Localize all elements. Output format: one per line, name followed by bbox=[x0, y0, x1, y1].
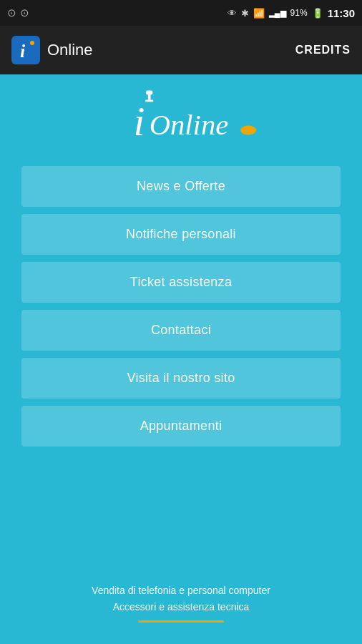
svg-rect-3 bbox=[146, 91, 152, 95]
bluetooth-icon: ✱ bbox=[241, 8, 249, 19]
status-bar: ⊙ ⊙ 👁 ✱ 📶 ▂▄▆ 91% 🔋 11:30 bbox=[0, 0, 362, 26]
main-content: i Online News e Offerte Notifiche person… bbox=[0, 74, 362, 644]
ticket-assistenza-button[interactable]: Ticket assistenza bbox=[21, 262, 341, 303]
svg-text:i: i bbox=[20, 41, 26, 62]
svg-rect-0 bbox=[13, 37, 39, 63]
app-logo-icon: i bbox=[11, 36, 40, 64]
app-bar: i Online CREDITS bbox=[0, 26, 362, 74]
svg-rect-4 bbox=[148, 94, 151, 99]
logo-area: i Online bbox=[95, 89, 267, 146]
logo-svg: i Online bbox=[95, 89, 267, 146]
app-bar-left: i Online bbox=[11, 36, 93, 64]
news-offerte-button[interactable]: News e Offerte bbox=[21, 166, 341, 207]
menu-buttons: News e Offerte Notifiche personali Ticke… bbox=[21, 166, 341, 447]
battery-icon: 🔋 bbox=[312, 8, 323, 19]
svg-text:i: i bbox=[134, 99, 145, 144]
status-left-icons: ⊙ ⊙ bbox=[7, 6, 29, 19]
footer-line1: Vendita di telefonia e personal computer bbox=[92, 582, 270, 598]
footer-decoration-line bbox=[138, 620, 224, 623]
battery-percent: 91% bbox=[290, 8, 308, 18]
signal-icon: ▂▄▆ bbox=[269, 9, 286, 18]
eye-icon: 👁 bbox=[228, 8, 237, 19]
visita-sito-button[interactable]: Visita il nostro sito bbox=[21, 358, 341, 399]
contattaci-button[interactable]: Contattaci bbox=[21, 310, 341, 351]
wifi-icon: 📶 bbox=[253, 8, 265, 19]
credits-button[interactable]: CREDITS bbox=[295, 44, 351, 57]
footer: Vendita di telefonia e personal computer… bbox=[92, 582, 270, 623]
svg-rect-5 bbox=[145, 100, 153, 102]
carrier-icon-1: ⊙ bbox=[7, 6, 16, 19]
svg-point-2 bbox=[30, 41, 34, 45]
time-display: 11:30 bbox=[328, 7, 355, 19]
footer-line2: Accessori e assistenza tecnica bbox=[92, 599, 270, 615]
appuntamenti-button[interactable]: Appuntamenti bbox=[21, 406, 341, 447]
notifiche-personali-button[interactable]: Notifiche personali bbox=[21, 214, 341, 255]
svg-text:Online: Online bbox=[150, 109, 229, 141]
app-title: Online bbox=[47, 41, 93, 59]
carrier-icon-2: ⊙ bbox=[20, 6, 29, 19]
svg-point-8 bbox=[240, 126, 256, 135]
status-right-icons: 👁 ✱ 📶 ▂▄▆ 91% 🔋 11:30 bbox=[228, 7, 355, 19]
